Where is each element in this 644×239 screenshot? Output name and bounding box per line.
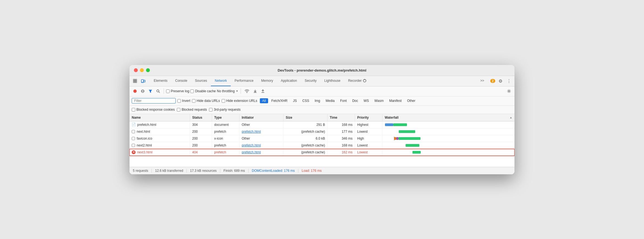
row-status: 200 bbox=[190, 142, 212, 149]
blocked-requests-label[interactable]: Blocked requests bbox=[177, 108, 207, 112]
invert-label[interactable]: Invert bbox=[177, 99, 190, 103]
more-options-icon[interactable]: ⋮ bbox=[506, 77, 512, 85]
import-icon[interactable] bbox=[252, 88, 258, 94]
blocked-cookies-checkbox[interactable] bbox=[132, 108, 135, 112]
header-time[interactable]: Time bbox=[327, 114, 355, 121]
header-size[interactable]: Size bbox=[284, 114, 327, 121]
filter-tag-ws[interactable]: WS bbox=[361, 98, 371, 103]
filter-tag-js[interactable]: JS bbox=[291, 98, 299, 103]
export-icon[interactable] bbox=[260, 88, 266, 94]
filter-tag-all[interactable]: All bbox=[260, 98, 268, 103]
device-icon[interactable] bbox=[140, 78, 147, 84]
disable-cache-label[interactable]: Disable cache bbox=[190, 89, 216, 93]
svg-rect-2 bbox=[133, 81, 135, 83]
tab-recorder[interactable]: Recorder bbox=[344, 76, 370, 86]
tab-lighthouse[interactable]: Lighthouse bbox=[320, 76, 344, 86]
header-type[interactable]: Type bbox=[212, 114, 240, 121]
row-type: prefetch bbox=[212, 149, 240, 156]
filter-tags: All Fetch/XHR JS CSS Img Media Font Doc … bbox=[260, 98, 417, 103]
row-initiator[interactable]: prefetch.html bbox=[240, 149, 284, 156]
tab-performance[interactable]: Performance bbox=[231, 76, 257, 86]
filter-tag-manifest[interactable]: Manifest bbox=[387, 98, 404, 103]
svg-marker-15 bbox=[236, 91, 238, 92]
tab-security[interactable]: Security bbox=[301, 76, 320, 86]
empty-space bbox=[130, 156, 514, 167]
invert-checkbox[interactable] bbox=[177, 99, 181, 103]
row-priority: Highest bbox=[355, 121, 382, 128]
row-name: ✕ next3.html bbox=[130, 149, 190, 156]
tab-network[interactable]: Network bbox=[211, 76, 231, 86]
header-waterfall[interactable]: Waterfall ▲ bbox=[382, 114, 514, 121]
row-initiator[interactable]: prefetch.html bbox=[240, 142, 284, 149]
tab-application[interactable]: Application bbox=[277, 76, 301, 86]
hide-data-urls-label[interactable]: Hide data URLs bbox=[192, 99, 220, 103]
table-row[interactable]: next2.html 200 prefetch prefetch.html (p… bbox=[130, 142, 514, 149]
row-initiator[interactable]: prefetch.html bbox=[240, 128, 284, 135]
name-cell: next.html bbox=[132, 130, 188, 134]
row-checkbox[interactable] bbox=[132, 144, 135, 147]
footer: 5 requests 12.6 kB transferred 17.3 kB r… bbox=[130, 167, 514, 174]
wifi-icon[interactable] bbox=[243, 88, 251, 94]
svg-rect-3 bbox=[135, 81, 137, 83]
row-status: 304 bbox=[190, 121, 212, 128]
row-time: 162 ms bbox=[327, 149, 355, 156]
row-time: 177 ms bbox=[327, 128, 355, 135]
tab-extras: >> 2 ⚙ ⋮ bbox=[477, 76, 512, 86]
filter-tag-wasm[interactable]: Wasm bbox=[372, 98, 386, 103]
blocked-cookies-label[interactable]: Blocked response cookies bbox=[132, 108, 175, 112]
filter-icon[interactable] bbox=[147, 88, 154, 94]
row-checkbox[interactable] bbox=[132, 130, 135, 133]
row-waterfall bbox=[382, 142, 514, 149]
hide-extension-urls-checkbox[interactable] bbox=[222, 99, 225, 103]
more-tabs-button[interactable]: >> bbox=[477, 76, 488, 86]
tab-sources[interactable]: Sources bbox=[191, 76, 211, 86]
filter-tag-img[interactable]: Img bbox=[312, 98, 322, 103]
search-button[interactable] bbox=[155, 88, 161, 94]
row-checkbox[interactable] bbox=[132, 137, 135, 140]
svg-rect-5 bbox=[144, 80, 145, 82]
filter-input[interactable] bbox=[132, 98, 176, 104]
throttle-dropdown[interactable]: No throttling bbox=[217, 89, 239, 93]
table-row[interactable]: favicon.ico 200 x-icon Other 6.0 kB 346 … bbox=[130, 135, 514, 142]
tab-memory[interactable]: Memory bbox=[257, 76, 277, 86]
filter-tag-doc[interactable]: Doc bbox=[350, 98, 360, 103]
preserve-log-checkbox[interactable] bbox=[166, 89, 170, 93]
disable-cache-checkbox[interactable] bbox=[190, 89, 194, 93]
row-size: 291 B bbox=[284, 121, 327, 128]
third-party-checkbox[interactable] bbox=[209, 108, 213, 112]
header-name[interactable]: Name bbox=[130, 114, 190, 121]
preserve-log-label[interactable]: Preserve log bbox=[166, 89, 189, 93]
table-row-error[interactable]: ✕ next3.html 404 prefetch prefetch.html … bbox=[130, 149, 514, 156]
devtools-panel: Elements Console Sources Network Perform… bbox=[130, 76, 514, 174]
clear-button[interactable] bbox=[139, 88, 146, 94]
row-initiator: Other bbox=[240, 121, 284, 128]
filter-tag-other[interactable]: Other bbox=[405, 98, 418, 103]
record-button[interactable] bbox=[132, 88, 138, 94]
minimize-button[interactable] bbox=[140, 68, 144, 72]
tab-elements[interactable]: Elements bbox=[150, 76, 171, 86]
network-settings-icon[interactable] bbox=[506, 88, 512, 94]
filter-tag-media[interactable]: Media bbox=[323, 98, 337, 103]
header-status[interactable]: Status bbox=[190, 114, 212, 121]
maximize-button[interactable] bbox=[146, 68, 150, 72]
inspect-icon[interactable] bbox=[132, 78, 138, 84]
header-priority[interactable]: Priority bbox=[355, 114, 382, 121]
third-party-label[interactable]: 3rd-party requests bbox=[209, 108, 240, 112]
hide-extension-urls-label[interactable]: Hide extension URLs bbox=[222, 99, 257, 103]
name-cell: favicon.ico bbox=[132, 137, 188, 140]
svg-rect-0 bbox=[133, 79, 135, 81]
table-row[interactable]: next.html 200 prefetch prefetch.html (pr… bbox=[130, 128, 514, 135]
hide-data-urls-checkbox[interactable] bbox=[192, 99, 196, 103]
filter-tag-fetchxhr[interactable]: Fetch/XHR bbox=[269, 98, 290, 103]
tab-console[interactable]: Console bbox=[171, 76, 191, 86]
header-initiator[interactable]: Initiator bbox=[240, 114, 284, 121]
filter-tag-css[interactable]: CSS bbox=[300, 98, 312, 103]
settings-icon[interactable]: ⚙ bbox=[497, 77, 503, 85]
row-status: 404 bbox=[190, 149, 212, 156]
blocked-requests-checkbox[interactable] bbox=[177, 108, 180, 112]
row-waterfall bbox=[382, 135, 514, 142]
table-row[interactable]: 📄 prefetch.html 304 document Other 291 B… bbox=[130, 121, 514, 128]
svg-point-21 bbox=[508, 91, 510, 92]
close-button[interactable] bbox=[134, 68, 138, 72]
filter-tag-font[interactable]: Font bbox=[338, 98, 349, 103]
